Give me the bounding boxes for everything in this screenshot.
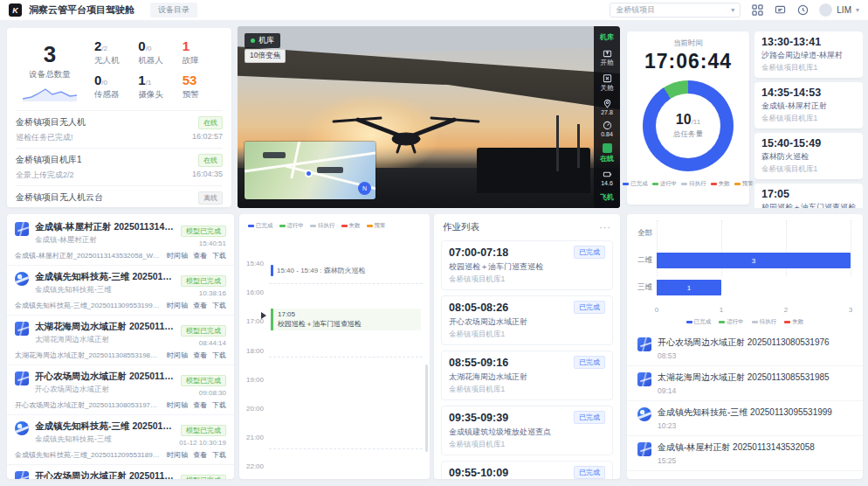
map-label [263,152,286,158]
toolbar-drone-label: 飞机 [600,192,614,202]
download-link[interactable]: 下载 [212,301,226,310]
device-total-label: 设备总数量 [16,69,84,80]
project-select[interactable]: 金桥镇项目 ▾ [610,3,741,17]
mini-map[interactable]: N [245,142,375,199]
job-item[interactable]: 08:55-09:16已完成 太湖花海周边水域正射 金桥镇项目机库1 [441,351,613,400]
model-status-badge: 模型已完成 [181,275,226,287]
device-stats-card: 3 设备总数量 2/2 无人机 0/0 机器人 1 故障 0/0 [7,28,231,207]
dock-camera-button[interactable]: 机库 [245,33,280,48]
device-trend-sparkline [23,86,77,101]
job-item[interactable]: 08:05-08:26已完成 开心农场周边水域正射 金桥镇项目机库1 [441,295,613,345]
metric-alerts: 53 预警 [179,71,223,105]
device-row[interactable]: 金桥镇项目无人机在线 巡检任务已完成!16:02:57 [16,110,223,148]
model-status-badge: 模型已完成 [181,475,226,479]
map-label [317,167,343,173]
battery-readout: 14.6 [601,170,613,186]
timeline-gridline [269,283,423,284]
model-item[interactable]: 太湖花海周边水域正射 20250113085531985 太湖花海周边水域正射 … [7,316,234,365]
video-dock-box [477,148,590,193]
view-link[interactable]: 查看 [193,351,207,360]
clock-label: 当前时间 [632,38,744,49]
job-item[interactable]: 07:00-07:18已完成 校园巡检＋油车门巡查巡检 金桥镇项目机库1 [441,240,613,290]
device-row[interactable]: 金桥镇项目无人机云台离线 [16,185,223,209]
speed-readout: 0.84 [601,121,613,137]
schedule-item[interactable]: 13:30-13:41 沙路会周边绿道-林屋村 金桥镇项目机库1 [754,31,863,78]
event-color-bar [271,265,273,276]
model-item[interactable]: 开心农场周边水域正射 20250113080531976 开心农场周边水域正射 … [7,365,234,415]
view-link[interactable]: 查看 [193,400,207,410]
map-location-marker [305,170,313,177]
timeline-event-running[interactable]: 17:05 校园巡检＋油车门巡查巡检 [271,309,421,330]
model-results-card: 金成镇-林屋村正射 20250113143532058 金成镇-林屋村正射 模型… [7,214,234,479]
current-time: 17:06:44 [632,50,744,73]
timeline-card: 已完成 运行中 待执行 失败 预警 15:40 16:00 17:00 18:0… [239,214,430,479]
download-link[interactable]: 下载 [212,400,226,410]
play-marker-icon[interactable] [261,312,266,319]
altitude-readout: 27.8 [601,99,613,115]
model-item[interactable]: 金成镇-林屋村正射 20250113143532058 金成镇-林屋村正射 模型… [7,216,234,266]
open-hatch-button[interactable]: 开舱 [601,48,614,67]
globe-3d-icon [15,421,29,435]
timeline-link[interactable]: 时间轴 [167,301,188,310]
status-badge: 在线 [198,154,223,167]
zoom-level-button[interactable]: 10倍变焦 [245,49,286,63]
timeline-scrollbar[interactable] [425,364,428,452]
model-status-badge: 模型已完成 [181,325,226,337]
model-item[interactable]: 金成镇先知科技苑-三维 202501120955318... 金成镇先知科技苑-… [7,415,234,465]
map-compass-icon[interactable]: N [358,182,371,195]
model-item[interactable]: 金成镇先知科技苑-三维 202501130955319... 金成镇先知科技苑-… [7,266,234,316]
orthomap-icon [15,471,29,479]
message-icon[interactable] [774,4,786,17]
job-list-card: 作业列表 ··· 07:00-07:18已完成 校园巡检＋油车门巡查巡检 金桥镇… [434,214,620,479]
job-item[interactable]: 09:55-10:09已完成 金成镇先知科技苑-三维 金桥镇项目机库1 [441,461,613,479]
result-item[interactable]: 太湖花海周边水域正射 20250113085531985 09:14 [627,366,863,401]
job-status-badge: 已完成 [574,411,605,424]
job-status-badge: 已完成 [574,356,605,369]
model-item[interactable]: 开心农场周边水域正射 20250112080531872 模型已完成 [7,465,234,479]
donut-label: 总任务量 [673,129,703,140]
today-schedule-list: 13:30-13:41 沙路会周边绿道-林屋村 金桥镇项目机库1 14:35-1… [754,31,863,208]
user-name: LIM [837,5,851,15]
timeline-link[interactable]: 时间轴 [167,400,188,410]
status-square-icon [603,143,612,153]
view-link[interactable]: 查看 [193,301,207,310]
donut-legend: 已完成 进行中 待执行 失败 预警 [632,180,744,188]
online-dot-icon [251,38,255,43]
close-hatch-button[interactable]: 关舱 [601,73,614,93]
orthomap-icon [15,371,29,385]
job-item[interactable]: 09:35-09:39已完成 金成镇建筑垃圾堆放处巡查点 金桥镇项目机库1 [441,406,613,455]
timeline-link[interactable]: 时间轴 [167,450,188,460]
download-link[interactable]: 下载 [212,251,226,260]
clock-icon[interactable] [796,4,809,17]
download-link[interactable]: 下载 [212,351,226,360]
metric-robots: 0/0 机器人 [134,37,178,71]
orthomap-icon [637,372,651,386]
user-menu[interactable]: LIM ▾ [819,3,859,17]
timeline-event-completed[interactable]: 15:40 - 15:49 : 森林防火巡检 [271,265,366,276]
download-link[interactable]: 下载 [212,450,226,460]
page-title: 洞察云管平台项目驾驶舱 [29,3,134,17]
result-item[interactable]: 开心农场周边水域正射 20250113080531976 08:53 [627,331,863,366]
avatar [819,3,832,17]
result-list: 开心农场周边水域正射 20250113080531976 08:53 太湖花海周… [627,331,863,471]
schedule-item[interactable]: 15:40-15:49 森林防火巡检 金桥镇项目机库1 [754,133,863,179]
result-item[interactable]: 金成镇-林屋村正射 20250113143532058 15:25 [627,436,863,471]
task-summary-card: 当前时间 17:06:44 10/11 总任务量 已完成 进行中 待执行 失败 … [627,31,749,205]
nav-device-catalog[interactable]: 设备目录 [150,3,197,17]
schedule-item[interactable]: 17:05 校园巡检＋油车门巡查巡检 金桥镇项目机库1 [754,184,863,208]
dashboard-page: K 洞察云管平台项目驾驶舱 设备目录 金桥镇项目 ▾ LIM ▾ [0,0,868,486]
view-link[interactable]: 查看 [193,251,207,260]
timeline-tick: 19:00 [246,376,264,384]
device-row[interactable]: 金桥镇项目机库1在线 全景上传完成2/216:04:35 [16,148,223,185]
video-antenna [556,115,559,171]
view-link[interactable]: 查看 [193,450,207,460]
bar-x-axis: 0 1 2 3 [657,306,851,316]
timeline-link[interactable]: 时间轴 [167,351,188,360]
top-bar: K 洞察云管平台项目驾驶舱 设备目录 金桥镇项目 ▾ LIM ▾ [0,0,868,21]
model-status-badge: 模型已完成 [181,375,226,386]
apps-grid-icon[interactable] [751,4,763,17]
schedule-item[interactable]: 14:35-14:53 金成镇-林屋村正射 金桥镇项目机库1 [754,82,863,128]
timeline-link[interactable]: 时间轴 [167,251,188,260]
result-item[interactable]: 金成镇先知科技苑-三维 20250113095531999 10:23 [627,401,863,436]
more-menu-button[interactable]: ··· [599,222,611,233]
